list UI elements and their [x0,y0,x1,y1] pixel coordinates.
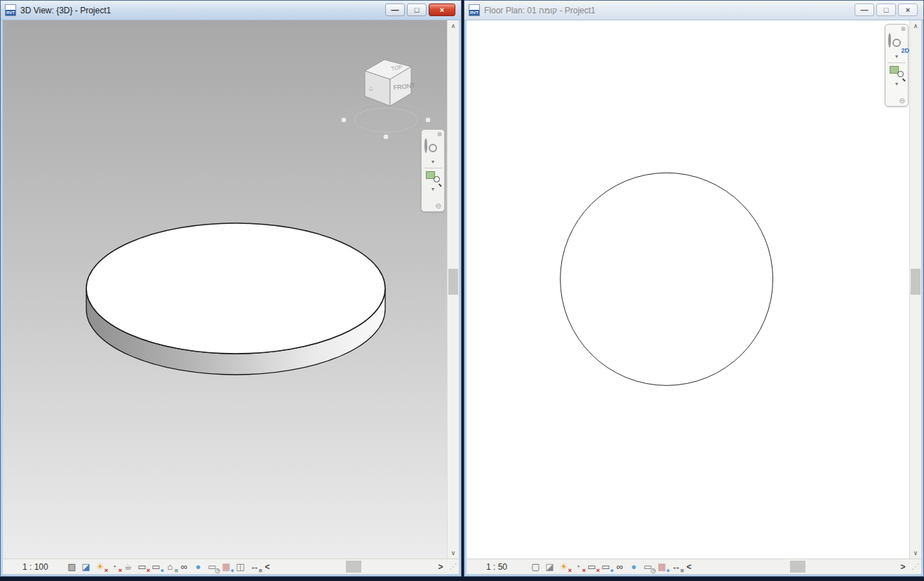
shadows-icon[interactable]: ◔× [572,561,584,573]
temporary-hide-isolate-icon[interactable]: ∞ [614,561,626,573]
detail-level-icon-glyph: ▢ [531,561,540,573]
close-button[interactable]: × [898,4,918,16]
crop-view-icon[interactable]: ▭× [136,561,148,573]
steering-wheel-inner-ring [892,39,901,47]
vertical-scroll-track[interactable] [448,32,459,547]
scroll-up-arrow[interactable]: ∧ [448,20,459,32]
horizontal-scroll-track[interactable] [696,559,896,574]
reveal-constraints-icon-glyph: ↔ [671,561,681,573]
shadows-icon-glyph: ◔ [112,561,117,573]
navbar-close-icon[interactable]: ⊗ [436,131,442,138]
detail-level-icon[interactable]: ▨ [66,561,78,573]
minimize-button[interactable]: — [385,4,405,16]
scroll-left-arrow[interactable]: < [682,562,696,572]
navbar-collapse-icon[interactable]: ⊖ [899,98,905,105]
restore-button[interactable]: □ [407,4,427,16]
scroll-right-arrow[interactable]: > [896,562,910,572]
visual-style-icon[interactable]: ◪ [80,561,92,573]
horizontal-scrollbar[interactable]: < > ⋰ [260,559,459,574]
scroll-left-arrow[interactable]: < [260,562,274,572]
vertical-scroll-track[interactable] [910,32,921,547]
scale-button[interactable]: 1 : 50 [486,562,523,572]
reveal-hidden-elements-icon[interactable]: ● [192,561,204,573]
crop-view-icon[interactable]: ▭× [586,561,598,573]
view-control-bar: 1 : 100 ▨◪☀×◔×☕▭×▭●⌂■∞●▭◷▦●◫↔■ < > ⋰ [3,559,459,574]
analytical-model-icon[interactable]: ▦● [656,561,668,573]
viewcube-home-icon[interactable]: ⌂ [369,84,373,92]
horizontal-scrollbar[interactable]: < > ⋰ [682,559,921,574]
resize-grip[interactable]: ⋰ [448,562,459,571]
reveal-hidden-elements-icon-glyph: ● [196,561,201,573]
detail-level-icon-glyph: ▨ [67,561,76,573]
scroll-down-arrow[interactable]: ∨ [448,547,459,559]
navbar-collapse-icon[interactable]: ⊖ [436,203,441,210]
viewport-3d[interactable]: TOP FRONT ⌂ ⊗ ▾ [3,20,459,574]
zoom-dropdown-icon[interactable]: ▾ [895,81,898,87]
close-button[interactable]: × [429,4,455,16]
resize-grip[interactable]: ⋰ [910,562,921,571]
temporary-view-properties-icon-badge: ◷ [650,568,656,574]
steering-wheel-dropdown-icon[interactable]: ▾ [895,53,898,60]
visual-style-icon[interactable]: ◪ [544,561,556,573]
window-frame: TOP FRONT ⌂ ⊗ ▾ [1,20,461,576]
vertical-scrollbar[interactable]: ∧ ∨ [447,20,459,559]
vertical-scrollbar[interactable]: ∧ ∨ [909,20,921,559]
revit-mdi-area: RVT 3D View: {3D} - Project1 — □ × [0,0,924,581]
model-canvas-plan[interactable] [467,20,909,559]
titlebar-floor-plan[interactable]: RVT Floor Plan: 01 קומה - Project1 — □ × [464,1,923,20]
reveal-hidden-elements-icon-glyph: ● [631,561,637,573]
reveal-constraints-icon-glyph: ↔ [250,561,259,573]
scroll-right-arrow[interactable]: > [434,562,448,572]
zoom-region-icon[interactable] [890,66,904,79]
reveal-hidden-elements-icon[interactable]: ● [628,561,640,573]
steering-wheel-2d-icon[interactable]: 2D [888,34,905,51]
show-crop-region-icon[interactable]: ▭● [600,561,612,573]
compass-east-marker[interactable] [425,117,431,123]
steering-wheel-icon[interactable] [424,140,441,156]
floor-circle-element[interactable] [561,173,773,385]
locked-3d-view-icon[interactable]: ⌂■ [164,561,176,573]
scale-button[interactable]: 1 : 100 [22,562,59,572]
navigation-bar: ⊗ ▾ ▾ ⊖ [421,129,445,212]
navbar-close-icon[interactable]: ⊗ [900,26,906,32]
viewcube-compass-inner-ring [354,108,417,132]
sun-path-icon[interactable]: ☀× [558,561,570,573]
magnifier-handle [902,78,906,81]
sun-path-icon[interactable]: ☀× [94,561,106,573]
magnifier-icon [434,176,440,182]
horizontal-scroll-thumb[interactable] [790,561,805,573]
scroll-up-arrow[interactable]: ∧ [910,20,921,32]
zoom-region-icon[interactable] [426,171,440,184]
temporary-hide-isolate-icon-glyph: ∞ [181,561,187,573]
view-control-icons: ▨◪☀×◔×☕▭×▭●⌂■∞●▭◷▦●◫↔■ [66,561,260,573]
rvt-file-icon: RVT [5,4,16,16]
reveal-constraints-icon[interactable]: ↔■ [248,561,260,573]
minimize-button[interactable]: — [855,4,874,16]
navigation-bar: ⊗ 2D ▾ ▾ ⊖ [885,24,909,107]
show-crop-region-icon[interactable]: ▭● [150,561,162,573]
titlebar-3d-view[interactable]: RVT 3D View: {3D} - Project1 — □ × [1,1,461,20]
temporary-view-properties-icon[interactable]: ▭◷ [206,561,218,573]
vertical-scroll-thumb[interactable] [911,269,920,295]
visual-style-icon-glyph: ◪ [81,561,90,573]
analytical-model-icon[interactable]: ▦● [220,561,232,573]
disk-top-face[interactable] [86,223,385,354]
rendering-dialog-icon[interactable]: ☕ [122,561,134,573]
steering-wheel-dropdown-icon[interactable]: ▾ [431,159,434,165]
restore-button[interactable]: □ [876,4,896,16]
viewport-plan[interactable]: ⊗ 2D ▾ ▾ ⊖ [467,20,921,574]
floor-disk-element[interactable] [86,223,385,375]
highlight-displacement-sets-icon[interactable]: ◫ [234,561,246,573]
shadows-icon[interactable]: ◔× [108,561,120,573]
scroll-down-arrow[interactable]: ∨ [910,547,921,559]
temporary-hide-isolate-icon[interactable]: ∞ [178,561,190,573]
temporary-view-properties-icon[interactable]: ▭◷ [642,561,654,573]
vertical-scroll-thumb[interactable] [448,269,458,295]
compass-west-marker[interactable] [341,117,347,123]
horizontal-scroll-thumb[interactable] [346,561,361,573]
zoom-dropdown-icon[interactable]: ▾ [431,186,434,192]
reveal-constraints-icon[interactable]: ↔■ [670,561,682,573]
compass-south-marker[interactable] [383,134,389,140]
horizontal-scroll-track[interactable] [274,559,434,574]
detail-level-icon[interactable]: ▢ [530,561,542,573]
